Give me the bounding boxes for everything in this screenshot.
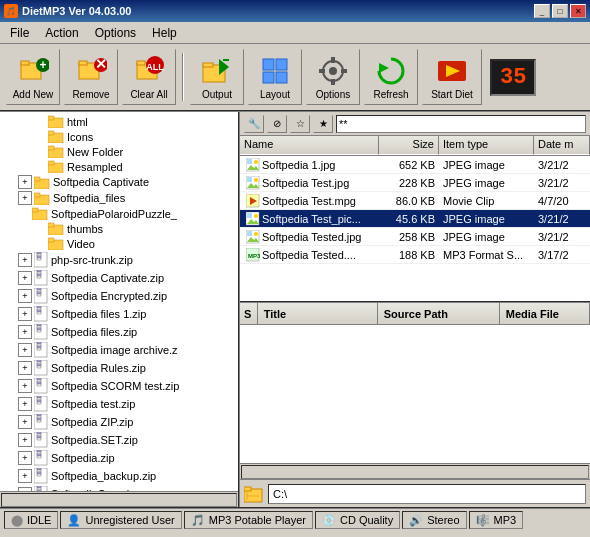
- tree-item[interactable]: Video: [2, 236, 236, 251]
- svg-rect-94: [37, 416, 41, 418]
- tree-expander[interactable]: +: [18, 271, 32, 285]
- tree-item[interactable]: + php-src-trunk.zip: [2, 251, 236, 269]
- start-diet-button[interactable]: Start Diet: [422, 49, 482, 105]
- tree-item[interactable]: Icons: [2, 129, 236, 144]
- menu-help[interactable]: Help: [144, 24, 185, 42]
- tree-expander[interactable]: +: [18, 191, 32, 205]
- svg-rect-25: [341, 69, 347, 73]
- col-header-size[interactable]: Size: [379, 136, 439, 155]
- col-header-date[interactable]: Date m: [534, 136, 590, 155]
- tree-item[interactable]: + Softpedia.zip: [2, 449, 236, 467]
- file-tool-2[interactable]: ⊘: [267, 115, 287, 133]
- file-row[interactable]: MP3 Softpedia Tested.... 188 KB MP3 Form…: [240, 246, 590, 264]
- playlist-content[interactable]: [240, 325, 590, 463]
- tree-item[interactable]: + Softpedia_backup.zip: [2, 467, 236, 485]
- tree-expander[interactable]: +: [18, 361, 32, 375]
- tree-item[interactable]: SoftpediaPolaroidPuzzle_: [2, 206, 236, 221]
- image-file-icon: [246, 158, 260, 172]
- tree-item[interactable]: New Folder: [2, 144, 236, 159]
- tree-item-label: php-src-trunk.zip: [51, 254, 133, 266]
- playlist-col-s[interactable]: S: [240, 303, 258, 324]
- tree-expander[interactable]: +: [18, 343, 32, 357]
- file-row[interactable]: Softpedia Test_pic... 45.6 KB JPEG image…: [240, 210, 590, 228]
- file-cell-date: 3/21/2: [534, 230, 590, 244]
- tree-item[interactable]: + Softpedia files 1.zip: [2, 305, 236, 323]
- svg-text:✕: ✕: [95, 56, 107, 72]
- menu-options[interactable]: Options: [87, 24, 144, 42]
- file-tool-4[interactable]: ★: [313, 115, 333, 133]
- status-format: 🎼 MP3: [469, 511, 524, 529]
- file-filter-input[interactable]: [336, 115, 586, 133]
- tree-item-label: Softpedia files.zip: [51, 326, 137, 338]
- remove-button[interactable]: ✕ Remove: [64, 49, 118, 105]
- close-button[interactable]: ✕: [570, 4, 586, 18]
- tree-item[interactable]: + Softpedia_files: [2, 190, 236, 206]
- svg-rect-60: [37, 292, 41, 294]
- tree-item[interactable]: thumbs: [2, 221, 236, 236]
- tree-horizontal-scrollbar[interactable]: [0, 491, 238, 507]
- svg-rect-124: [247, 177, 252, 182]
- output-button[interactable]: Output: [190, 49, 244, 105]
- refresh-button[interactable]: Refresh: [364, 49, 418, 105]
- playlist-col-media[interactable]: Media File: [500, 303, 590, 324]
- tree-item[interactable]: + Softpedia Rules.zip: [2, 359, 236, 377]
- file-row[interactable]: Softpedia Test.jpg 228 KB JPEG image 3/2…: [240, 174, 590, 192]
- tree-expander[interactable]: +: [18, 397, 32, 411]
- start-diet-label: Start Diet: [431, 89, 473, 100]
- svg-rect-83: [37, 378, 41, 380]
- zip-icon: [34, 360, 48, 376]
- svg-rect-84: [37, 380, 41, 382]
- add-new-button[interactable]: + Add New: [6, 49, 60, 105]
- tree-item[interactable]: + Softpedia Captivate.zip: [2, 269, 236, 287]
- minimize-button[interactable]: _: [534, 4, 550, 18]
- tree-item[interactable]: + Softpedia SCORM test.zip: [2, 377, 236, 395]
- maximize-button[interactable]: □: [552, 4, 568, 18]
- zip-icon: [34, 288, 48, 304]
- playlist-horizontal-scrollbar[interactable]: [240, 463, 590, 479]
- file-cell-name: Softpedia 1.jpg: [240, 157, 379, 173]
- file-list-content[interactable]: Softpedia 1.jpg 652 KB JPEG image 3/21/2…: [240, 156, 590, 301]
- menu-file[interactable]: File: [2, 24, 37, 42]
- tree-item[interactable]: + Softpedia test.zip: [2, 395, 236, 413]
- tree-expander[interactable]: +: [18, 451, 32, 465]
- tree-expander[interactable]: +: [18, 307, 32, 321]
- tree-item[interactable]: + Softpedia ZIP.zip: [2, 413, 236, 431]
- tree-item-label: Softpedia.zip: [51, 452, 115, 464]
- tree-item[interactable]: html: [2, 114, 236, 129]
- file-row[interactable]: Softpedia 1.jpg 652 KB JPEG image 3/21/2: [240, 156, 590, 174]
- svg-rect-59: [37, 290, 41, 292]
- tree-item[interactable]: + Softpedia image archive.z: [2, 341, 236, 359]
- tree-item[interactable]: + Softpedia files.zip: [2, 323, 236, 341]
- file-row[interactable]: Softpedia Tested.jpg 258 KB JPEG image 3…: [240, 228, 590, 246]
- tree-item[interactable]: + Softpedia Encrypted.zip: [2, 287, 236, 305]
- tree-item[interactable]: + Softpedia Captivate: [2, 174, 236, 190]
- tree-expander[interactable]: +: [18, 379, 32, 393]
- zip-icon: [34, 414, 48, 430]
- tree-expander[interactable]: +: [18, 175, 32, 189]
- folder-icon: [48, 160, 64, 173]
- tree-content[interactable]: html Icons New Folder Resampled+ Softped…: [0, 112, 238, 491]
- tree-expander[interactable]: +: [18, 415, 32, 429]
- clear-all-button[interactable]: ALL Clear All: [122, 49, 176, 105]
- tree-expander[interactable]: +: [18, 433, 32, 447]
- tree-item[interactable]: + Softpedia.SET.zip: [2, 431, 236, 449]
- file-row[interactable]: Softpedia Test.mpg 86.0 KB Movie Clip 4/…: [240, 192, 590, 210]
- col-header-type[interactable]: Item type: [439, 136, 534, 155]
- tree-item[interactable]: Resampled: [2, 159, 236, 174]
- menu-action[interactable]: Action: [37, 24, 86, 42]
- playlist-col-source[interactable]: Source Path: [378, 303, 500, 324]
- file-tool-1[interactable]: 🔧: [244, 115, 264, 133]
- path-bar: C:\: [240, 479, 590, 507]
- tree-item-label: Softpedia Captivate.zip: [51, 272, 164, 284]
- col-header-name[interactable]: Name: [240, 136, 379, 155]
- options-button[interactable]: Options: [306, 49, 360, 105]
- svg-rect-111: [37, 474, 41, 476]
- file-tool-3[interactable]: ☆: [290, 115, 310, 133]
- format-icon: 🎼: [476, 514, 490, 527]
- layout-button[interactable]: Layout: [248, 49, 302, 105]
- tree-expander[interactable]: +: [18, 469, 32, 483]
- playlist-col-title[interactable]: Title: [258, 303, 378, 324]
- tree-expander[interactable]: +: [18, 289, 32, 303]
- tree-expander[interactable]: +: [18, 253, 32, 267]
- tree-expander[interactable]: +: [18, 325, 32, 339]
